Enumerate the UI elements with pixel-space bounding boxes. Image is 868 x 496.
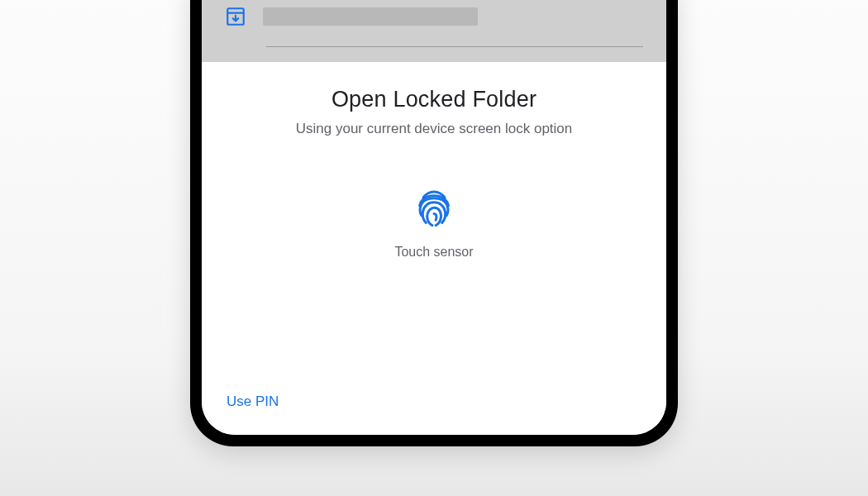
fingerprint-sensor-area[interactable]: Touch sensor	[225, 187, 643, 389]
fingerprint-icon	[413, 187, 455, 230]
touch-sensor-label: Touch sensor	[394, 245, 473, 260]
phone-frame: Open Locked Folder Using your current de…	[190, 0, 678, 446]
use-pin-button[interactable]: Use PIN	[225, 389, 280, 415]
redacted-title-placeholder	[263, 7, 478, 26]
sheet-title: Open Locked Folder	[225, 87, 643, 112]
header-row	[225, 0, 643, 33]
phone-screen: Open Locked Folder Using your current de…	[202, 0, 666, 435]
dimmed-background-header	[202, 0, 666, 62]
sheet-subtitle: Using your current device screen lock op…	[225, 121, 643, 137]
auth-bottom-sheet: Open Locked Folder Using your current de…	[202, 62, 666, 435]
archive-icon	[225, 6, 246, 27]
header-divider	[266, 46, 643, 47]
